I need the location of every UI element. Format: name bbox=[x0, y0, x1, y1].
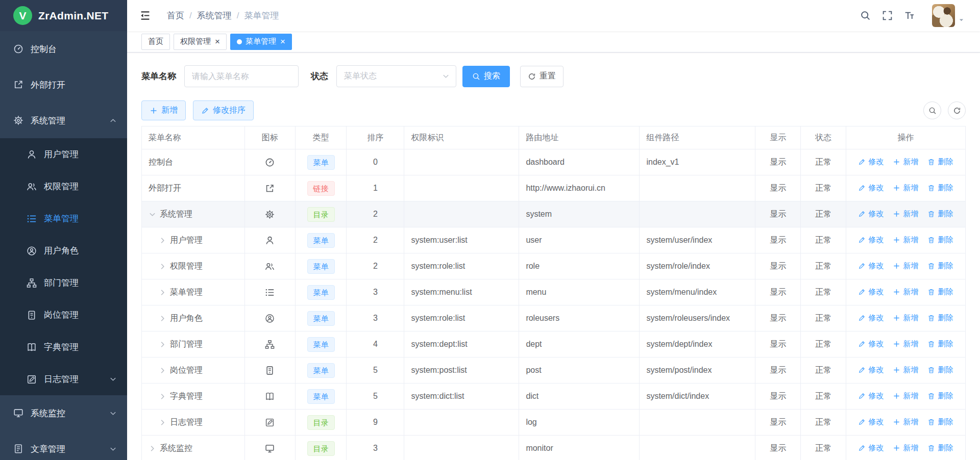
table-row[interactable]: 日志管理目录9log显示正常修改新增删除 bbox=[142, 410, 966, 436]
header-search-button[interactable] bbox=[860, 10, 871, 21]
toggle-search-button[interactable] bbox=[923, 101, 941, 119]
sidebar-item-post-management[interactable]: 岗位管理 bbox=[0, 299, 127, 331]
tab-home[interactable]: 首页 bbox=[141, 34, 170, 50]
sidebar-item-dict-management[interactable]: 字典管理 bbox=[0, 331, 127, 363]
add-link[interactable]: 新增 bbox=[893, 391, 918, 401]
refresh-table-button[interactable] bbox=[948, 101, 966, 119]
add-link[interactable]: 新增 bbox=[893, 183, 918, 193]
delete-link[interactable]: 删除 bbox=[927, 157, 953, 167]
add-link[interactable]: 新增 bbox=[893, 417, 918, 427]
edit-icon bbox=[201, 107, 209, 115]
breadcrumb-item-home[interactable]: 首页 bbox=[167, 10, 184, 21]
type-badge: 目录 bbox=[307, 415, 335, 430]
component-cell: system/user/index bbox=[640, 227, 755, 253]
add-link[interactable]: 新增 bbox=[893, 287, 918, 297]
delete-link[interactable]: 删除 bbox=[927, 287, 953, 297]
fullscreen-button[interactable] bbox=[882, 10, 893, 21]
sidebar-item-log-management[interactable]: 日志管理 bbox=[0, 363, 127, 395]
delete-link[interactable]: 删除 bbox=[927, 235, 953, 245]
sidebar-item-permission-management[interactable]: 权限管理 bbox=[0, 170, 127, 202]
user-menu[interactable] bbox=[932, 4, 965, 27]
sidebar-item-menu-management[interactable]: 菜单管理 bbox=[0, 202, 127, 235]
sidebar-item-system-monitor[interactable]: 系统监控 bbox=[0, 395, 127, 431]
edit-link[interactable]: 修改 bbox=[858, 235, 884, 245]
delete-link[interactable]: 删除 bbox=[927, 209, 953, 219]
table-row[interactable]: 控制台菜单0dashboardindex_v1显示正常修改新增删除 bbox=[142, 149, 966, 175]
app-logo[interactable]: V ZrAdmin.NET bbox=[0, 0, 127, 31]
edit-link[interactable]: 修改 bbox=[858, 183, 884, 193]
sidebar-item-console[interactable]: 控制台 bbox=[0, 31, 127, 67]
sidebar-item-user-management[interactable]: 用户管理 bbox=[0, 138, 127, 170]
delete-link[interactable]: 删除 bbox=[927, 313, 953, 323]
sidebar-item-dept-management[interactable]: 部门管理 bbox=[0, 267, 127, 299]
add-link[interactable]: 新增 bbox=[893, 339, 918, 349]
expand-closed-icon[interactable] bbox=[149, 445, 156, 452]
sidebar-item-system-management[interactable]: 系统管理 bbox=[0, 103, 127, 138]
edit-link[interactable]: 修改 bbox=[858, 339, 884, 349]
add-link[interactable]: 新增 bbox=[893, 313, 918, 323]
table-row[interactable]: 外部打开链接1http://www.izhaorui.cn显示正常修改新增删除 bbox=[142, 175, 966, 201]
delete-link[interactable]: 删除 bbox=[927, 365, 953, 375]
modify-sort-button[interactable]: 修改排序 bbox=[193, 100, 254, 120]
edit-link[interactable]: 修改 bbox=[858, 365, 884, 375]
reset-button[interactable]: 重置 bbox=[520, 66, 564, 87]
delete-link[interactable]: 删除 bbox=[927, 183, 953, 193]
delete-link[interactable]: 删除 bbox=[927, 417, 953, 427]
tab-menu-management[interactable]: 菜单管理 × bbox=[230, 34, 292, 50]
delete-link[interactable]: 删除 bbox=[927, 391, 953, 401]
table-row[interactable]: 用户角色菜单3system:role:listroleuserssystem/r… bbox=[142, 305, 966, 331]
menu-name-input[interactable] bbox=[184, 65, 299, 87]
breadcrumb-item-system[interactable]: 系统管理 bbox=[197, 10, 232, 21]
expand-closed-icon[interactable] bbox=[159, 263, 166, 270]
search-button[interactable]: 搜索 bbox=[462, 66, 510, 87]
status-select[interactable]: 菜单状态 bbox=[336, 65, 456, 87]
edit-link[interactable]: 修改 bbox=[858, 313, 884, 323]
expand-closed-icon[interactable] bbox=[159, 237, 166, 244]
edit-link[interactable]: 修改 bbox=[858, 417, 884, 427]
edit-link[interactable]: 修改 bbox=[858, 443, 884, 453]
delete-link[interactable]: 删除 bbox=[927, 261, 953, 271]
avatar[interactable] bbox=[932, 4, 955, 27]
add-link[interactable]: 新增 bbox=[893, 157, 918, 167]
sort-cell: 3 bbox=[347, 279, 404, 305]
table-row[interactable]: 岗位管理菜单5system:post:listpostsystem/post/i… bbox=[142, 357, 966, 384]
expand-closed-icon[interactable] bbox=[159, 419, 166, 426]
add-link[interactable]: 新增 bbox=[893, 261, 918, 271]
type-badge: 菜单 bbox=[307, 389, 335, 404]
expand-closed-icon[interactable] bbox=[159, 393, 166, 400]
expand-closed-icon[interactable] bbox=[159, 341, 166, 348]
close-icon[interactable]: × bbox=[280, 37, 285, 46]
expand-closed-icon[interactable] bbox=[159, 315, 166, 322]
edit-icon bbox=[858, 444, 866, 452]
table-row[interactable]: 系统管理目录2system显示正常修改新增删除 bbox=[142, 201, 966, 227]
table-row[interactable]: 菜单管理菜单3system:menu:listmenusystem/menu/i… bbox=[142, 279, 966, 305]
edit-link[interactable]: 修改 bbox=[858, 209, 884, 219]
add-link[interactable]: 新增 bbox=[893, 443, 918, 453]
sidebar-item-external-open[interactable]: 外部打开 bbox=[0, 67, 127, 103]
delete-link[interactable]: 删除 bbox=[927, 443, 953, 453]
add-link[interactable]: 新增 bbox=[893, 235, 918, 245]
table-row[interactable]: 用户管理菜单2system:user:listusersystem/user/i… bbox=[142, 227, 966, 253]
edit-link[interactable]: 修改 bbox=[858, 287, 884, 297]
font-size-button[interactable] bbox=[904, 10, 915, 21]
close-icon[interactable]: × bbox=[215, 37, 220, 46]
edit-link[interactable]: 修改 bbox=[858, 391, 884, 401]
table-row[interactable]: 系统监控目录3monitor显示正常修改新增删除 bbox=[142, 436, 966, 460]
add-link[interactable]: 新增 bbox=[893, 365, 918, 375]
add-button[interactable]: 新增 bbox=[141, 100, 186, 120]
edit-link[interactable]: 修改 bbox=[858, 261, 884, 271]
table-row[interactable]: 部门管理菜单4system:dept:listdeptsystem/dept/i… bbox=[142, 331, 966, 357]
table-row[interactable]: 权限管理菜单2system:role:listrolesystem/role/i… bbox=[142, 253, 966, 279]
delete-link[interactable]: 删除 bbox=[927, 339, 953, 349]
tab-permission-management[interactable]: 权限管理 × bbox=[174, 34, 227, 50]
expand-closed-icon[interactable] bbox=[159, 289, 166, 296]
table-row[interactable]: 字典管理菜单5system:dict:listdictsystem/dict/i… bbox=[142, 384, 966, 410]
sort-cell: 2 bbox=[347, 227, 404, 253]
add-link[interactable]: 新增 bbox=[893, 209, 918, 219]
expand-closed-icon[interactable] bbox=[159, 367, 166, 374]
expand-open-icon[interactable] bbox=[149, 211, 156, 218]
sidebar-item-article-management[interactable]: 文章管理 bbox=[0, 431, 127, 460]
menu-fold-button[interactable] bbox=[139, 10, 151, 21]
sidebar-item-user-role[interactable]: 用户角色 bbox=[0, 235, 127, 267]
edit-link[interactable]: 修改 bbox=[858, 157, 884, 167]
